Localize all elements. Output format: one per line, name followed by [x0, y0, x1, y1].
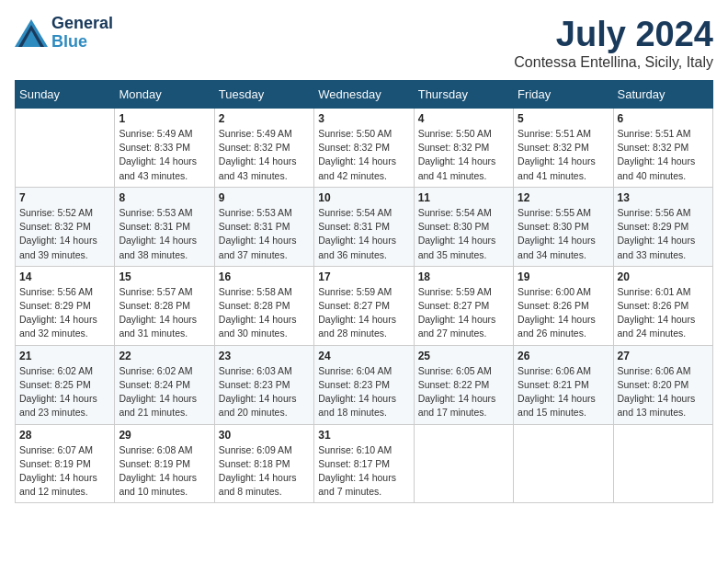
calendar-cell: 18Sunrise: 5:59 AM Sunset: 8:27 PM Dayli… — [414, 266, 513, 345]
day-number: 2 — [219, 112, 310, 125]
calendar-cell: 22Sunrise: 6:02 AM Sunset: 8:24 PM Dayli… — [115, 345, 214, 424]
day-number: 25 — [418, 350, 509, 362]
weekday-header-tuesday: Tuesday — [214, 81, 313, 109]
calendar-cell: 29Sunrise: 6:08 AM Sunset: 8:19 PM Dayli… — [115, 424, 214, 503]
day-number: 17 — [318, 270, 409, 283]
cell-info: Sunrise: 5:53 AM Sunset: 8:31 PM Dayligh… — [219, 206, 310, 262]
day-number: 13 — [618, 191, 709, 204]
calendar-cell: 10Sunrise: 5:54 AM Sunset: 8:31 PM Dayli… — [314, 187, 414, 266]
calendar-cell: 26Sunrise: 6:06 AM Sunset: 8:21 PM Dayli… — [514, 345, 613, 424]
calendar-cell: 3Sunrise: 5:50 AM Sunset: 8:32 PM Daylig… — [314, 109, 414, 188]
cell-info: Sunrise: 6:05 AM Sunset: 8:22 PM Dayligh… — [418, 364, 509, 420]
week-row-1: 1Sunrise: 5:49 AM Sunset: 8:33 PM Daylig… — [16, 109, 713, 188]
cell-info: Sunrise: 5:54 AM Sunset: 8:30 PM Dayligh… — [418, 206, 509, 262]
day-number: 6 — [618, 112, 709, 125]
calendar-cell: 12Sunrise: 5:55 AM Sunset: 8:30 PM Dayli… — [514, 187, 613, 266]
day-number: 26 — [518, 350, 609, 362]
cell-info: Sunrise: 5:52 AM Sunset: 8:32 PM Dayligh… — [19, 206, 110, 262]
logo-icon — [15, 19, 48, 47]
weekday-header-wednesday: Wednesday — [314, 81, 414, 109]
day-number: 21 — [19, 350, 110, 362]
day-number: 15 — [119, 270, 210, 283]
week-row-5: 28Sunrise: 6:07 AM Sunset: 8:19 PM Dayli… — [16, 424, 713, 503]
calendar-table: SundayMondayTuesdayWednesdayThursdayFrid… — [15, 80, 713, 503]
day-number: 18 — [418, 270, 509, 283]
calendar-body: 1Sunrise: 5:49 AM Sunset: 8:33 PM Daylig… — [16, 109, 713, 503]
cell-info: Sunrise: 6:10 AM Sunset: 8:17 PM Dayligh… — [318, 443, 409, 500]
day-number: 3 — [318, 112, 409, 125]
calendar-cell: 6Sunrise: 5:51 AM Sunset: 8:32 PM Daylig… — [613, 109, 712, 188]
cell-info: Sunrise: 5:55 AM Sunset: 8:30 PM Dayligh… — [518, 206, 609, 262]
cell-info: Sunrise: 5:59 AM Sunset: 8:27 PM Dayligh… — [318, 285, 409, 341]
calendar-cell: 4Sunrise: 5:50 AM Sunset: 8:32 PM Daylig… — [414, 109, 513, 188]
week-row-3: 14Sunrise: 5:56 AM Sunset: 8:29 PM Dayli… — [16, 266, 713, 345]
calendar-cell: 30Sunrise: 6:09 AM Sunset: 8:18 PM Dayli… — [214, 424, 313, 503]
day-number: 20 — [618, 270, 709, 283]
day-number: 24 — [318, 350, 409, 362]
header: General Blue July 2024 Contessa Entellin… — [15, 15, 713, 71]
weekday-header-monday: Monday — [115, 81, 214, 109]
cell-info: Sunrise: 6:00 AM Sunset: 8:26 PM Dayligh… — [518, 285, 609, 341]
day-number: 22 — [119, 350, 210, 362]
calendar-cell: 19Sunrise: 6:00 AM Sunset: 8:26 PM Dayli… — [514, 266, 613, 345]
logo: General Blue — [15, 15, 113, 52]
calendar-cell: 27Sunrise: 6:06 AM Sunset: 8:20 PM Dayli… — [613, 345, 712, 424]
weekday-header-friday: Friday — [514, 81, 613, 109]
cell-info: Sunrise: 6:03 AM Sunset: 8:23 PM Dayligh… — [219, 364, 310, 420]
calendar-cell: 28Sunrise: 6:07 AM Sunset: 8:19 PM Dayli… — [16, 424, 115, 503]
cell-info: Sunrise: 5:56 AM Sunset: 8:29 PM Dayligh… — [618, 206, 709, 262]
calendar-cell: 1Sunrise: 5:49 AM Sunset: 8:33 PM Daylig… — [115, 109, 214, 188]
cell-info: Sunrise: 5:50 AM Sunset: 8:32 PM Dayligh… — [418, 127, 509, 183]
calendar-cell — [414, 424, 513, 503]
subtitle: Contessa Entellina, Sicily, Italy — [514, 54, 713, 71]
weekday-header-row: SundayMondayTuesdayWednesdayThursdayFrid… — [16, 81, 713, 109]
day-number: 28 — [19, 429, 110, 442]
calendar-cell: 5Sunrise: 5:51 AM Sunset: 8:32 PM Daylig… — [514, 109, 613, 188]
day-number: 29 — [119, 429, 210, 442]
calendar-cell: 21Sunrise: 6:02 AM Sunset: 8:25 PM Dayli… — [16, 345, 115, 424]
cell-info: Sunrise: 6:04 AM Sunset: 8:23 PM Dayligh… — [318, 364, 409, 420]
cell-info: Sunrise: 5:51 AM Sunset: 8:32 PM Dayligh… — [518, 127, 609, 183]
day-number: 11 — [418, 191, 509, 204]
cell-info: Sunrise: 6:02 AM Sunset: 8:25 PM Dayligh… — [19, 364, 110, 420]
calendar-cell: 20Sunrise: 6:01 AM Sunset: 8:26 PM Dayli… — [613, 266, 712, 345]
day-number: 30 — [219, 429, 310, 442]
calendar-cell: 11Sunrise: 5:54 AM Sunset: 8:30 PM Dayli… — [414, 187, 513, 266]
weekday-header-saturday: Saturday — [613, 81, 712, 109]
cell-info: Sunrise: 6:02 AM Sunset: 8:24 PM Dayligh… — [119, 364, 210, 420]
calendar-cell: 13Sunrise: 5:56 AM Sunset: 8:29 PM Dayli… — [613, 187, 712, 266]
day-number: 7 — [19, 191, 110, 204]
calendar-cell — [613, 424, 712, 503]
weekday-header-sunday: Sunday — [16, 81, 115, 109]
cell-info: Sunrise: 5:49 AM Sunset: 8:33 PM Dayligh… — [119, 127, 210, 183]
calendar-cell: 9Sunrise: 5:53 AM Sunset: 8:31 PM Daylig… — [214, 187, 313, 266]
cell-info: Sunrise: 5:54 AM Sunset: 8:31 PM Dayligh… — [318, 206, 409, 262]
cell-info: Sunrise: 6:09 AM Sunset: 8:18 PM Dayligh… — [219, 443, 310, 500]
cell-info: Sunrise: 6:01 AM Sunset: 8:26 PM Dayligh… — [618, 285, 709, 341]
title-area: July 2024 Contessa Entellina, Sicily, It… — [514, 15, 713, 71]
cell-info: Sunrise: 6:06 AM Sunset: 8:20 PM Dayligh… — [618, 364, 709, 420]
day-number: 31 — [318, 429, 409, 442]
cell-info: Sunrise: 5:59 AM Sunset: 8:27 PM Dayligh… — [418, 285, 509, 341]
calendar-cell: 7Sunrise: 5:52 AM Sunset: 8:32 PM Daylig… — [16, 187, 115, 266]
calendar-cell: 25Sunrise: 6:05 AM Sunset: 8:22 PM Dayli… — [414, 345, 513, 424]
cell-info: Sunrise: 5:50 AM Sunset: 8:32 PM Dayligh… — [318, 127, 409, 183]
day-number: 14 — [19, 270, 110, 283]
day-number: 4 — [418, 112, 509, 125]
week-row-2: 7Sunrise: 5:52 AM Sunset: 8:32 PM Daylig… — [16, 187, 713, 266]
cell-info: Sunrise: 5:56 AM Sunset: 8:29 PM Dayligh… — [19, 285, 110, 341]
calendar-cell: 17Sunrise: 5:59 AM Sunset: 8:27 PM Dayli… — [314, 266, 414, 345]
day-number: 23 — [219, 350, 310, 362]
logo-text: General Blue — [51, 15, 113, 52]
main-title: July 2024 — [514, 15, 713, 54]
calendar-cell: 8Sunrise: 5:53 AM Sunset: 8:31 PM Daylig… — [115, 187, 214, 266]
day-number: 10 — [318, 191, 409, 204]
day-number: 1 — [119, 112, 210, 125]
day-number: 12 — [518, 191, 609, 204]
weekday-header-thursday: Thursday — [414, 81, 513, 109]
cell-info: Sunrise: 5:53 AM Sunset: 8:31 PM Dayligh… — [119, 206, 210, 262]
day-number: 16 — [219, 270, 310, 283]
cell-info: Sunrise: 5:51 AM Sunset: 8:32 PM Dayligh… — [618, 127, 709, 183]
calendar-cell — [514, 424, 613, 503]
calendar-cell: 23Sunrise: 6:03 AM Sunset: 8:23 PM Dayli… — [214, 345, 313, 424]
